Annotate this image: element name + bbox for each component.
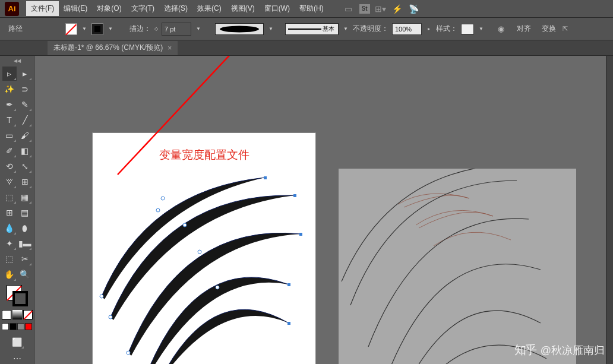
watermark-author: @秋凉雁南归 [541,343,605,357]
menu-view[interactable]: 视图(V) [226,1,260,16]
stroke-weight-dropdown[interactable]: ▼ [195,23,202,35]
rectangle-tool[interactable]: ▭ [2,128,17,143]
tab-title: 未标题-1* @ 66.67% (CMYK/预览) [53,43,163,53]
menu-select[interactable]: 选择(S) [159,1,192,16]
toolbox-collapse[interactable]: ◀◀ [1,58,33,64]
selection-tool[interactable]: ▹ [2,67,17,81]
stroke-dropdown[interactable]: ▼ [107,23,114,35]
menu-type[interactable]: 文字(T) [127,1,159,16]
svg-rect-2 [299,233,302,236]
free-transform-tool[interactable]: ⊞ [18,175,32,189]
menu-file[interactable]: 文件(F) [26,1,59,16]
gpu-icon[interactable]: ⚡ [391,3,403,15]
graphic-style-dropdown[interactable] [461,24,474,34]
color-mode-gradient[interactable] [12,310,22,319]
zoom-tool[interactable]: 🔍 [18,267,32,281]
graph-tool[interactable]: ▮▬ [18,236,32,251]
tab-close-icon[interactable]: × [168,44,172,52]
svg-rect-3 [287,283,290,286]
opacity-input[interactable]: 100% [392,23,422,35]
brush-caret[interactable]: ▼ [342,23,349,35]
eraser-tool[interactable]: ◧ [18,144,32,158]
style-label: 样式： [436,24,457,34]
watermark-logo: 知乎 [514,342,536,358]
magic-wand-tool[interactable]: ✨ [2,82,17,96]
rotate-tool[interactable]: ⟲ [2,159,17,173]
eyedropper-tool[interactable]: 💧 [2,221,17,235]
sync-icon[interactable]: 📡 [408,3,420,15]
stroke-weight-input[interactable]: 7 pt [162,23,191,36]
slice-tool[interactable]: ✂ [18,252,32,266]
transform-label[interactable]: 变换 [542,24,556,34]
align-label[interactable]: 对齐 [517,24,531,34]
svg-point-9 [100,295,103,298]
type-tool[interactable]: T [2,113,17,127]
opacity-label: 不透明度： [353,24,388,34]
brush-definition-dropdown[interactable]: 基本 [285,23,339,35]
toolbox-panel: ◀◀ ▹▸ ✨⊃ ✒✎ T╱ ▭🖌 ✐◧ ⟲⤡ ⩔⊞ ⬚▦ ⊞▤ 💧⬮ ✦▮▬ … [0,56,34,364]
stroke-swatch[interactable] [91,23,103,35]
hand-tool[interactable]: ✋ [2,267,17,281]
style-caret[interactable]: ▼ [478,23,485,35]
svg-point-0 [220,26,259,32]
symbol-sprayer-tool[interactable]: ✦ [2,236,17,251]
stock-icon[interactable]: St [359,4,370,14]
arrange-icon[interactable]: ⊞▾ [375,3,387,15]
artboard-tool[interactable]: ⬚ [2,252,17,266]
screen-mode-4[interactable] [25,323,32,330]
stroke-decrease[interactable]: ◇ [154,26,158,31]
svg-rect-5 [287,322,290,325]
draw-mode[interactable]: ⬜ [10,335,24,349]
shape-builder-tool[interactable]: ⬚ [2,190,17,204]
lasso-tool[interactable]: ⊃ [18,82,32,96]
pen-tool[interactable]: ✒ [2,97,17,112]
right-panel-collapsed[interactable] [606,56,613,364]
fill-dropdown[interactable]: ▼ [81,23,88,35]
svg-rect-1 [293,194,296,197]
curvature-tool[interactable]: ✎ [18,97,32,112]
menu-effect[interactable]: 效果(C) [192,1,226,16]
svg-rect-4 [264,176,267,179]
menu-window[interactable]: 窗口(W) [260,1,295,16]
blend-tool[interactable]: ⬮ [18,221,32,235]
layout-icon[interactable]: ▭ [343,3,355,15]
canvas-area[interactable]: 变量宽度配置文件 [34,56,606,364]
fill-swatch[interactable] [65,23,77,35]
svg-point-7 [127,351,130,354]
menu-edit[interactable]: 编辑(E) [59,1,92,16]
screen-mode-full[interactable] [10,323,17,330]
svg-point-14 [216,286,219,289]
gradient-tool[interactable]: ▤ [18,205,32,220]
document-tab[interactable]: 未标题-1* @ 66.67% (CMYK/预览) × [48,41,178,55]
perspective-tool[interactable]: ▦ [18,190,32,204]
width-profile-caret[interactable]: ▼ [267,23,274,35]
menu-help[interactable]: 帮助(H) [295,1,328,16]
svg-point-12 [198,250,201,254]
selection-type-label: 路径 [8,24,23,34]
color-mode-fill[interactable] [2,310,11,319]
watermark: 知乎 @秋凉雁南归 [514,342,605,358]
svg-point-11 [183,223,187,227]
recolor-icon[interactable]: ◉ [495,24,506,34]
isolate-icon[interactable]: ⇱ [560,24,570,34]
opacity-caret[interactable]: ▸ [425,23,432,35]
svg-point-6 [109,315,112,319]
selected-paths[interactable] [100,176,302,364]
shaper-tool[interactable]: ✐ [2,144,17,158]
mesh-tool[interactable]: ⊞ [2,205,17,220]
screen-mode-presentation[interactable] [17,323,24,330]
paintbrush-tool[interactable]: 🖌 [18,128,32,143]
screen-mode-normal[interactable] [2,323,9,330]
edit-toolbar[interactable]: ⋯ [10,352,24,364]
svg-point-15 [161,197,165,200]
fill-stroke-indicator[interactable] [7,285,28,306]
line-tool[interactable]: ╱ [18,113,32,127]
direct-selection-tool[interactable]: ▸ [18,67,32,81]
width-profile-dropdown[interactable] [215,23,264,35]
menu-object[interactable]: 对象(O) [92,1,126,16]
color-mode-none[interactable] [23,310,33,319]
stroke-label: 描边： [129,24,151,34]
width-tool[interactable]: ⩔ [2,175,17,189]
scale-tool[interactable]: ⤡ [18,159,32,173]
app-logo: Ai [5,2,19,16]
